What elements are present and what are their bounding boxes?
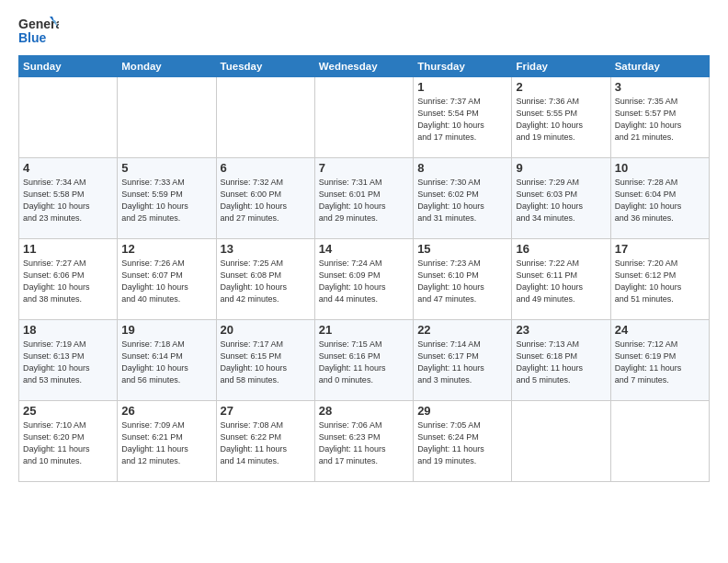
calendar-cell: 24Sunrise: 7:12 AM Sunset: 6:19 PM Dayli… <box>610 320 709 401</box>
day-info: Sunrise: 7:12 AM Sunset: 6:19 PM Dayligh… <box>615 339 705 386</box>
day-number: 10 <box>615 161 705 175</box>
calendar-cell: 15Sunrise: 7:23 AM Sunset: 6:10 PM Dayli… <box>414 239 512 320</box>
day-number: 2 <box>516 80 606 94</box>
page: General Blue SundayMondayTuesdayWednesda… <box>0 0 728 563</box>
calendar-week-row: 11Sunrise: 7:27 AM Sunset: 6:06 PM Dayli… <box>19 239 710 320</box>
day-number: 13 <box>221 242 311 256</box>
day-number: 1 <box>417 80 507 94</box>
day-number: 21 <box>319 323 409 337</box>
day-info: Sunrise: 7:35 AM Sunset: 5:57 PM Dayligh… <box>615 96 705 144</box>
day-number: 20 <box>221 323 311 337</box>
day-info: Sunrise: 7:37 AM Sunset: 5:54 PM Dayligh… <box>417 96 507 144</box>
day-number: 7 <box>319 161 409 175</box>
calendar-cell: 12Sunrise: 7:26 AM Sunset: 6:07 PM Dayli… <box>118 239 216 320</box>
day-info: Sunrise: 7:13 AM Sunset: 6:18 PM Dayligh… <box>516 339 606 386</box>
day-info: Sunrise: 7:26 AM Sunset: 6:07 PM Dayligh… <box>121 258 211 305</box>
day-info: Sunrise: 7:14 AM Sunset: 6:17 PM Dayligh… <box>417 339 507 386</box>
day-number: 5 <box>121 161 211 175</box>
calendar-cell: 13Sunrise: 7:25 AM Sunset: 6:08 PM Dayli… <box>216 239 314 320</box>
day-info: Sunrise: 7:28 AM Sunset: 6:04 PM Dayligh… <box>615 177 705 224</box>
day-info: Sunrise: 7:10 AM Sunset: 6:20 PM Dayligh… <box>23 419 113 467</box>
day-info: Sunrise: 7:20 AM Sunset: 6:12 PM Dayligh… <box>615 258 705 305</box>
logo: General Blue <box>18 15 59 48</box>
weekday-header: Wednesday <box>314 56 413 77</box>
calendar-cell: 6Sunrise: 7:32 AM Sunset: 6:00 PM Daylig… <box>216 158 314 239</box>
weekday-header: Sunday <box>19 56 118 77</box>
calendar-cell: 10Sunrise: 7:28 AM Sunset: 6:04 PM Dayli… <box>610 158 709 239</box>
day-number: 29 <box>417 404 507 418</box>
logo-svg: General Blue <box>18 15 59 48</box>
day-info: Sunrise: 7:30 AM Sunset: 6:02 PM Dayligh… <box>417 177 507 224</box>
day-number: 24 <box>615 323 705 337</box>
day-info: Sunrise: 7:06 AM Sunset: 6:23 PM Dayligh… <box>319 419 409 467</box>
calendar-cell: 21Sunrise: 7:15 AM Sunset: 6:16 PM Dayli… <box>314 320 413 401</box>
calendar-cell: 14Sunrise: 7:24 AM Sunset: 6:09 PM Dayli… <box>314 239 413 320</box>
day-info: Sunrise: 7:05 AM Sunset: 6:24 PM Dayligh… <box>417 419 507 467</box>
day-number: 27 <box>221 404 311 418</box>
weekday-header: Saturday <box>610 56 709 77</box>
day-info: Sunrise: 7:25 AM Sunset: 6:08 PM Dayligh… <box>221 258 311 305</box>
day-number: 8 <box>417 161 507 175</box>
calendar-cell <box>512 401 610 482</box>
day-info: Sunrise: 7:22 AM Sunset: 6:11 PM Dayligh… <box>516 258 606 305</box>
calendar-cell: 1Sunrise: 7:37 AM Sunset: 5:54 PM Daylig… <box>414 77 512 158</box>
calendar-cell <box>610 401 709 482</box>
weekday-header: Monday <box>118 56 216 77</box>
calendar-week-row: 25Sunrise: 7:10 AM Sunset: 6:20 PM Dayli… <box>19 401 710 482</box>
day-number: 22 <box>417 323 507 337</box>
header: General Blue <box>18 15 710 48</box>
day-number: 25 <box>23 404 113 418</box>
day-number: 18 <box>23 323 113 337</box>
day-info: Sunrise: 7:18 AM Sunset: 6:14 PM Dayligh… <box>121 339 211 386</box>
day-number: 4 <box>23 161 113 175</box>
day-info: Sunrise: 7:29 AM Sunset: 6:03 PM Dayligh… <box>516 177 606 224</box>
calendar-cell: 28Sunrise: 7:06 AM Sunset: 6:23 PM Dayli… <box>314 401 413 482</box>
day-info: Sunrise: 7:36 AM Sunset: 5:55 PM Dayligh… <box>516 96 606 144</box>
day-number: 17 <box>615 242 705 256</box>
day-info: Sunrise: 7:08 AM Sunset: 6:22 PM Dayligh… <box>221 419 311 467</box>
day-info: Sunrise: 7:31 AM Sunset: 6:01 PM Dayligh… <box>319 177 409 224</box>
day-info: Sunrise: 7:33 AM Sunset: 5:59 PM Dayligh… <box>121 177 211 224</box>
day-info: Sunrise: 7:24 AM Sunset: 6:09 PM Dayligh… <box>319 258 409 305</box>
calendar-week-row: 1Sunrise: 7:37 AM Sunset: 5:54 PM Daylig… <box>19 77 710 158</box>
calendar-cell <box>19 77 118 158</box>
day-info: Sunrise: 7:34 AM Sunset: 5:58 PM Dayligh… <box>23 177 113 224</box>
calendar-cell: 17Sunrise: 7:20 AM Sunset: 6:12 PM Dayli… <box>610 239 709 320</box>
day-number: 19 <box>121 323 211 337</box>
day-number: 16 <box>516 242 606 256</box>
calendar-cell <box>216 77 314 158</box>
day-number: 14 <box>319 242 409 256</box>
calendar-cell: 25Sunrise: 7:10 AM Sunset: 6:20 PM Dayli… <box>19 401 118 482</box>
calendar-cell: 22Sunrise: 7:14 AM Sunset: 6:17 PM Dayli… <box>414 320 512 401</box>
calendar-cell: 5Sunrise: 7:33 AM Sunset: 5:59 PM Daylig… <box>118 158 216 239</box>
calendar-cell: 18Sunrise: 7:19 AM Sunset: 6:13 PM Dayli… <box>19 320 118 401</box>
day-number: 23 <box>516 323 606 337</box>
calendar-cell: 9Sunrise: 7:29 AM Sunset: 6:03 PM Daylig… <box>512 158 610 239</box>
calendar-cell: 23Sunrise: 7:13 AM Sunset: 6:18 PM Dayli… <box>512 320 610 401</box>
calendar-cell: 27Sunrise: 7:08 AM Sunset: 6:22 PM Dayli… <box>216 401 314 482</box>
calendar-cell: 4Sunrise: 7:34 AM Sunset: 5:58 PM Daylig… <box>19 158 118 239</box>
calendar-cell: 7Sunrise: 7:31 AM Sunset: 6:01 PM Daylig… <box>314 158 413 239</box>
calendar-cell: 8Sunrise: 7:30 AM Sunset: 6:02 PM Daylig… <box>414 158 512 239</box>
calendar-header-row: SundayMondayTuesdayWednesdayThursdayFrid… <box>19 56 710 77</box>
calendar-week-row: 18Sunrise: 7:19 AM Sunset: 6:13 PM Dayli… <box>19 320 710 401</box>
day-number: 3 <box>615 80 705 94</box>
day-info: Sunrise: 7:17 AM Sunset: 6:15 PM Dayligh… <box>221 339 311 386</box>
day-number: 12 <box>121 242 211 256</box>
day-number: 28 <box>319 404 409 418</box>
calendar-cell: 29Sunrise: 7:05 AM Sunset: 6:24 PM Dayli… <box>414 401 512 482</box>
day-number: 15 <box>417 242 507 256</box>
day-info: Sunrise: 7:27 AM Sunset: 6:06 PM Dayligh… <box>23 258 113 305</box>
weekday-header: Thursday <box>414 56 512 77</box>
calendar-cell: 11Sunrise: 7:27 AM Sunset: 6:06 PM Dayli… <box>19 239 118 320</box>
day-info: Sunrise: 7:09 AM Sunset: 6:21 PM Dayligh… <box>121 419 211 467</box>
day-number: 9 <box>516 161 606 175</box>
svg-text:Blue: Blue <box>18 30 47 45</box>
calendar-table: SundayMondayTuesdayWednesdayThursdayFrid… <box>18 55 710 482</box>
calendar-cell: 26Sunrise: 7:09 AM Sunset: 6:21 PM Dayli… <box>118 401 216 482</box>
calendar-cell <box>314 77 413 158</box>
day-info: Sunrise: 7:19 AM Sunset: 6:13 PM Dayligh… <box>23 339 113 386</box>
weekday-header: Friday <box>512 56 610 77</box>
calendar-cell: 19Sunrise: 7:18 AM Sunset: 6:14 PM Dayli… <box>118 320 216 401</box>
day-number: 11 <box>23 242 113 256</box>
